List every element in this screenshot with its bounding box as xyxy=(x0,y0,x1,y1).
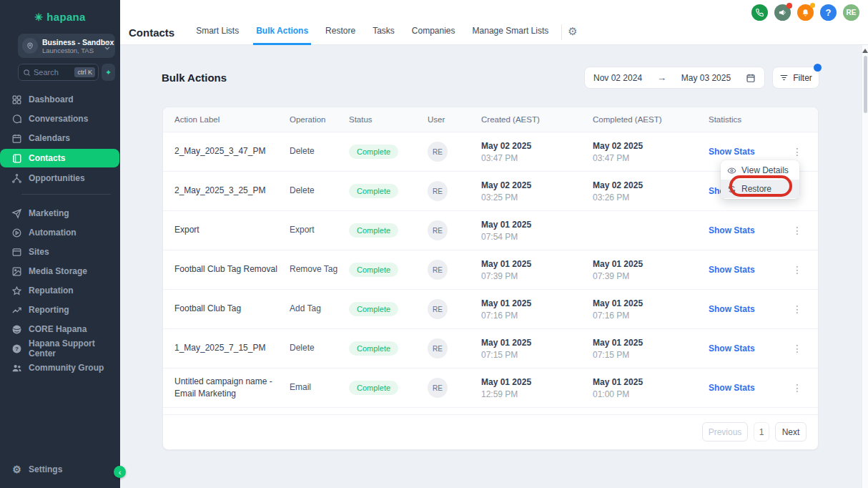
menu-item-restore[interactable]: Restore xyxy=(721,180,799,198)
tab-manage-smart-lists[interactable]: Manage Smart Lists xyxy=(470,19,552,45)
created-date: May 02 2025 xyxy=(481,141,593,151)
row-context-menu: View Details Restore xyxy=(721,160,799,199)
created-date: May 01 2025 xyxy=(481,220,593,230)
next-button[interactable]: Next xyxy=(775,422,807,441)
completed-time: 01:00 PM xyxy=(593,389,709,399)
location-pin-icon xyxy=(22,38,38,54)
chevron-left-icon: ‹ xyxy=(119,468,122,477)
show-stats-link[interactable]: Show Stats xyxy=(709,343,787,353)
calendar-icon xyxy=(746,73,756,83)
table-row: Export Export Complete RE May 01 2025 07… xyxy=(163,211,818,250)
action-label: Football Club Tag xyxy=(174,303,290,315)
tabs-gear-icon[interactable]: ⚙ xyxy=(568,25,577,39)
operation: Delete xyxy=(290,185,349,197)
divider xyxy=(561,24,562,40)
svg-text:?: ? xyxy=(15,346,19,352)
action-label: Untitled campaign name - Email Marketing xyxy=(174,376,290,401)
completed-time: 07:16 PM xyxy=(593,311,709,321)
tab-smart-lists[interactable]: Smart Lists xyxy=(193,19,242,45)
row-actions-menu-button[interactable]: ⋮ xyxy=(787,303,808,315)
row-actions-menu-button[interactable]: ⋮ xyxy=(787,225,808,236)
main-content: Bulk Actions Nov 02 2024 → May 03 2025 F… xyxy=(120,45,862,488)
row-actions-menu-button[interactable]: ⋮ xyxy=(787,146,808,157)
automation-icon xyxy=(11,228,22,238)
sidebar-item-dashboard[interactable]: Dashboard xyxy=(0,91,120,108)
user-avatar-badge: RE xyxy=(428,260,448,280)
table-row: 1_May_2025_7_15_PM Delete Complete RE Ma… xyxy=(163,329,818,369)
completed-date: May 02 2025 xyxy=(593,141,709,151)
scroll-up-arrow-icon[interactable] xyxy=(862,49,868,53)
show-stats-link[interactable]: Show Stats xyxy=(709,304,787,314)
sidebar-item-settings[interactable]: ⚙ Settings xyxy=(0,461,120,478)
hapana-logo-text: hapana xyxy=(46,11,85,23)
menu-item-view-details[interactable]: View Details xyxy=(721,161,799,180)
previous-button[interactable]: Previous xyxy=(702,422,748,441)
user-avatar-badge: RE xyxy=(428,338,448,358)
filter-icon xyxy=(779,73,789,82)
row-actions-menu-button[interactable]: ⋮ xyxy=(787,343,808,354)
sites-icon xyxy=(11,247,22,258)
notifications-button[interactable] xyxy=(797,4,814,21)
ai-sparkle-button[interactable]: ✦ xyxy=(102,64,115,81)
show-stats-link[interactable]: Show Stats xyxy=(709,383,787,393)
tab-bulk-actions[interactable]: Bulk Actions xyxy=(253,19,311,45)
sidebar-search[interactable]: ctrl K xyxy=(18,64,99,81)
sidebar-item-automation[interactable]: Automation xyxy=(0,224,120,241)
reporting-icon xyxy=(11,305,22,316)
search-icon xyxy=(23,69,31,77)
tab-restore[interactable]: Restore xyxy=(322,19,358,45)
sidebar-item-sites[interactable]: Sites xyxy=(0,243,120,260)
action-label: Export xyxy=(174,224,290,236)
sidebar-item-marketing[interactable]: Marketing xyxy=(0,205,120,222)
created-date: May 01 2025 xyxy=(481,338,593,348)
sidebar-item-reputation[interactable]: Reputation xyxy=(0,282,120,299)
show-stats-link[interactable]: Show Stats xyxy=(709,147,787,157)
user-avatar-badge: RE xyxy=(428,378,448,398)
action-label: 2_May_2025_3_25_PM xyxy=(174,185,290,197)
action-label: 1_May_2025_7_15_PM xyxy=(174,342,290,354)
sidebar-item-reporting[interactable]: Reporting xyxy=(0,301,120,318)
sidebar-item-opportunities[interactable]: Opportunities xyxy=(0,170,120,187)
sidebar-collapse-button[interactable]: ‹ xyxy=(114,466,126,478)
sidebar-item-contacts[interactable]: Contacts xyxy=(0,149,119,167)
sidebar-nav-primary: Dashboard Conversations Calendars Contac… xyxy=(0,91,120,187)
business-selector[interactable]: Business - Sandbox Launceston, TAS xyxy=(18,34,115,58)
date-range-picker[interactable]: Nov 02 2024 → May 03 2025 xyxy=(584,67,765,89)
user-avatar-badge: RE xyxy=(428,181,448,201)
sidebar-item-community-group[interactable]: Community Group xyxy=(0,359,120,376)
sidebar-item-conversations[interactable]: Conversations xyxy=(0,110,120,127)
scrollbar[interactable] xyxy=(862,45,868,488)
operation: Remove Tag xyxy=(290,263,349,275)
megaphone-icon xyxy=(778,8,787,17)
row-actions-menu-button[interactable]: ⋮ xyxy=(787,382,808,394)
settings-gear-icon: ⚙ xyxy=(11,464,22,475)
filter-active-dot xyxy=(814,64,822,72)
notification-dot xyxy=(810,3,815,8)
col-action-label: Action Label xyxy=(174,115,290,124)
page-number-button[interactable]: 1 xyxy=(754,422,769,441)
show-stats-link[interactable]: Show Stats xyxy=(709,225,787,235)
tab-companies[interactable]: Companies xyxy=(409,19,458,45)
sidebar-item-media-storage[interactable]: Media Storage xyxy=(0,263,120,280)
col-completed: Completed (AEST) xyxy=(593,115,709,124)
operation: Email xyxy=(290,381,349,394)
help-button[interactable]: ? xyxy=(820,4,837,21)
created-time: 07:15 PM xyxy=(481,350,593,360)
tab-tasks[interactable]: Tasks xyxy=(370,19,398,45)
sidebar-item-core-hapana[interactable]: CORE Hapana xyxy=(0,321,120,338)
scrollbar-thumb[interactable] xyxy=(864,56,867,113)
sidebar-item-calendars[interactable]: Calendars xyxy=(0,130,120,147)
phone-icon xyxy=(755,8,764,17)
filter-button[interactable]: Filter xyxy=(772,67,819,89)
hapana-logo: ✳ hapana xyxy=(0,0,120,23)
status-badge: Complete xyxy=(349,223,398,238)
search-input[interactable] xyxy=(31,68,74,77)
hapana-logo-icon: ✳ xyxy=(34,11,43,23)
row-actions-menu-button[interactable]: ⋮ xyxy=(787,264,808,275)
announcements-button[interactable] xyxy=(774,4,791,21)
community-icon xyxy=(11,363,22,374)
show-stats-link[interactable]: Show Stats xyxy=(709,265,787,275)
phone-button[interactable] xyxy=(751,4,768,21)
user-avatar[interactable]: RE xyxy=(843,4,859,21)
sidebar-item-support-center[interactable]: ? Hapana Support Center xyxy=(0,340,120,357)
